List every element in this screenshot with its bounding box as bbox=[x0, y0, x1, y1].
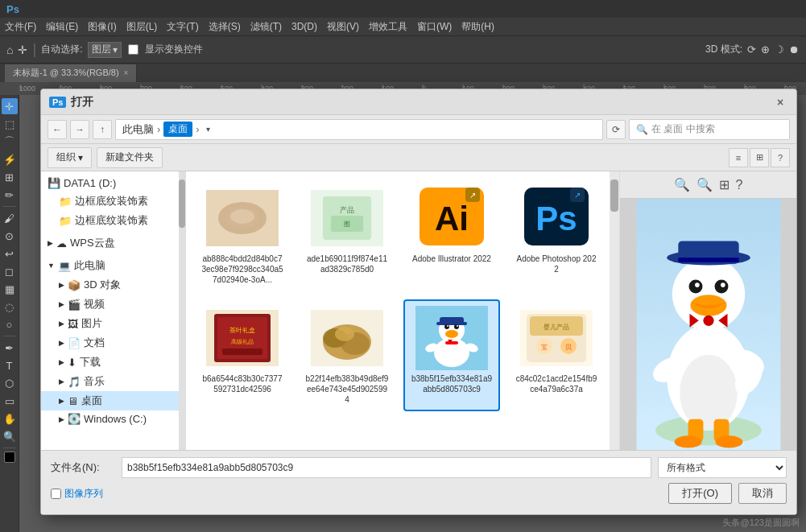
file-thumb-8: 婴儿产品 宝 贝 bbox=[520, 306, 593, 370]
nav-label: 音乐 bbox=[84, 374, 105, 389]
nav-downloads[interactable]: ▶ ⬇ 下载 bbox=[41, 353, 185, 372]
expand-arrow: ▶ bbox=[59, 320, 64, 328]
svg-point-39 bbox=[445, 330, 458, 338]
cloud-icon: ☁ bbox=[56, 237, 67, 250]
svg-rect-24 bbox=[222, 348, 262, 355]
dialog-files-area[interactable]: ab888c4bdd2d84b0c73ec98e7f9298cc340a57d0… bbox=[186, 171, 619, 450]
forward-button[interactable]: → bbox=[70, 120, 89, 139]
folder-icon: 📦 bbox=[68, 279, 81, 291]
computer-icon: 💻 bbox=[58, 260, 71, 272]
path-current: 桌面 bbox=[163, 122, 192, 137]
view-list-button[interactable]: ≡ bbox=[729, 148, 748, 167]
dialog-nav-tree: 💾 DATA1 (D:) 📁 边框底纹装饰素 📁 边框底纹装饰素 ▶ ☁ WPS… bbox=[41, 171, 186, 450]
download-icon: ⬇ bbox=[68, 357, 76, 369]
svg-point-55 bbox=[680, 355, 738, 431]
preview-grid-icon[interactable]: ⊞ bbox=[719, 177, 730, 192]
expand-arrow: ▶ bbox=[59, 281, 64, 289]
svg-rect-34 bbox=[436, 322, 467, 325]
filetype-select[interactable]: 所有格式 bbox=[658, 457, 787, 478]
nav-label: 文档 bbox=[84, 336, 105, 350]
nav-documents[interactable]: ▶ 📄 文档 bbox=[41, 333, 185, 353]
svg-point-3 bbox=[230, 209, 254, 224]
svg-text:↗: ↗ bbox=[574, 191, 581, 200]
dialog-titlebar: Ps 打开 × bbox=[41, 89, 796, 115]
file-open-dialog: Ps 打开 × ← → ↑ 此电脑 › 桌面 › ▾ ⟳ 🔍 在 桌面 中搜索 bbox=[40, 89, 797, 515]
svg-text:图: 图 bbox=[344, 221, 350, 228]
image-sequence-label: 图像序列 bbox=[64, 487, 103, 501]
file-name-7: b38b5f15efb334e81a9abb5d805703c9 bbox=[410, 373, 494, 394]
file-name-2: ade1b69011f9f874e11ad3829c785d0 bbox=[305, 254, 389, 274]
expand-arrow: ▶ bbox=[59, 358, 64, 366]
expand-arrow: ▶ bbox=[59, 339, 64, 347]
file-item-1[interactable]: ab888c4bdd2d84b0c73ec98e7f9298cc340a57d0… bbox=[194, 179, 291, 291]
preview-help-icon[interactable]: ? bbox=[736, 178, 743, 192]
drive-icon: 💽 bbox=[68, 413, 81, 425]
back-button[interactable]: ← bbox=[48, 120, 67, 139]
refresh-button[interactable]: ⟳ bbox=[606, 120, 626, 139]
nav-folder-2[interactable]: 📁 边框底纹装饰素 bbox=[41, 211, 185, 230]
nav-label: 下载 bbox=[80, 355, 101, 369]
view-grid-button[interactable]: ⊞ bbox=[750, 148, 769, 167]
dialog-preview-panel: 🔍 🔍 ⊞ ? bbox=[619, 171, 796, 450]
image-sequence-checkbox[interactable]: 图像序列 bbox=[51, 487, 103, 501]
nav-folder-1[interactable]: 📁 边框底纹装饰素 bbox=[41, 192, 185, 211]
nav-label: 3D 对象 bbox=[84, 278, 121, 292]
filename-row: 文件名(N): 所有格式 bbox=[51, 457, 787, 478]
cancel-button[interactable]: 取消 bbox=[738, 483, 787, 504]
svg-point-71 bbox=[721, 282, 725, 287]
nav-this-pc[interactable]: ▼ 💻 此电脑 bbox=[41, 256, 185, 275]
docs-icon: 📄 bbox=[68, 337, 81, 349]
search-icon: 🔍 bbox=[636, 124, 648, 135]
nav-pictures[interactable]: ▶ 🖼 图片 bbox=[41, 314, 185, 333]
file-item-ai[interactable]: Ai ↗ Adobe Illustrator 2022 bbox=[403, 179, 500, 291]
search-box[interactable]: 🔍 在 桌面 中搜索 bbox=[629, 119, 790, 140]
nav-label: DATA1 (D:) bbox=[64, 177, 116, 189]
file-item-ps[interactable]: Ps ↗ Adobe Photoshop 2022 bbox=[508, 179, 605, 291]
file-name-ps: Adobe Photoshop 2022 bbox=[515, 254, 598, 274]
nav-music[interactable]: ▶ 🎵 音乐 bbox=[41, 372, 185, 391]
nav-videos[interactable]: ▶ 🎬 视频 bbox=[41, 295, 185, 314]
expand-arrow: ▶ bbox=[59, 300, 64, 308]
nav-3d-objects[interactable]: ▶ 📦 3D 对象 bbox=[41, 275, 185, 295]
nav-label: 边框底纹装饰素 bbox=[75, 213, 148, 228]
file-item-6[interactable]: b22f14efb383b49d8ef9ee64e743e45d9025994 bbox=[299, 299, 395, 411]
new-folder-button[interactable]: 新建文件夹 bbox=[97, 147, 163, 168]
view-buttons: ≡ ⊞ ? bbox=[729, 148, 790, 167]
organize-button[interactable]: 组织 ▾ bbox=[48, 147, 92, 168]
file-name-5: b6a6544c83b30c7377592731dc42596 bbox=[200, 373, 284, 394]
file-name-8: c84c02c1acd2e154fb9ce4a79a6c37a bbox=[515, 373, 598, 394]
file-item-2[interactable]: 产品 图 ade1b69011f9f874e11ad3829c785d0 bbox=[299, 179, 395, 291]
organize-arrow: ▾ bbox=[78, 152, 83, 163]
file-thumb-6 bbox=[311, 306, 383, 370]
folder-icon: 📁 bbox=[59, 196, 72, 208]
file-name-6: b22f14efb383b49d8ef9ee64e743e45d9025994 bbox=[305, 373, 389, 405]
image-sequence-check[interactable] bbox=[51, 489, 61, 499]
files-grid: ab888c4bdd2d84b0c73ec98e7f9298cc340a57d0… bbox=[194, 179, 611, 411]
folder-icon: 📁 bbox=[59, 215, 72, 227]
svg-point-36 bbox=[454, 324, 459, 329]
nav-desktop[interactable]: ▶ 🖥 桌面 bbox=[41, 391, 185, 410]
zoom-in-icon[interactable]: 🔍 bbox=[696, 177, 713, 192]
expand-arrow: ▶ bbox=[59, 377, 64, 386]
view-help-button[interactable]: ? bbox=[771, 148, 790, 167]
zoom-out-icon[interactable]: 🔍 bbox=[674, 177, 690, 192]
file-item-5[interactable]: 茶叶礼盒 高级礼品 b6a6544c83b30c7377592731dc4259… bbox=[194, 299, 291, 411]
path-sep-1: › bbox=[157, 123, 160, 135]
nav-windows-c[interactable]: ▶ 💽 Windows (C:) bbox=[41, 410, 185, 427]
svg-point-37 bbox=[447, 325, 448, 327]
svg-point-57 bbox=[674, 435, 701, 447]
filename-input[interactable] bbox=[122, 457, 651, 478]
nav-wps-cloud[interactable]: ▶ ☁ WPS云盘 bbox=[41, 233, 185, 253]
open-button[interactable]: 打开(O) bbox=[668, 483, 732, 504]
address-path[interactable]: 此电脑 › 桌面 › ▾ bbox=[115, 119, 603, 140]
svg-point-29 bbox=[335, 327, 354, 341]
dialog-close-button[interactable]: × bbox=[772, 94, 788, 110]
file-item-7[interactable]: b38b5f15efb334e81a9abb5d805703c9 bbox=[403, 299, 500, 411]
file-item-8[interactable]: 婴儿产品 宝 贝 c84c02c1acd2e154fb9ce4a79a6c37a bbox=[508, 299, 605, 411]
svg-text:宝: 宝 bbox=[541, 344, 548, 351]
nav-label: 视频 bbox=[84, 297, 105, 311]
svg-point-38 bbox=[457, 325, 458, 327]
up-button[interactable]: ↑ bbox=[93, 120, 112, 139]
nav-drive-d[interactable]: 💾 DATA1 (D:) bbox=[41, 175, 185, 192]
nav-label: Windows (C:) bbox=[84, 413, 147, 425]
